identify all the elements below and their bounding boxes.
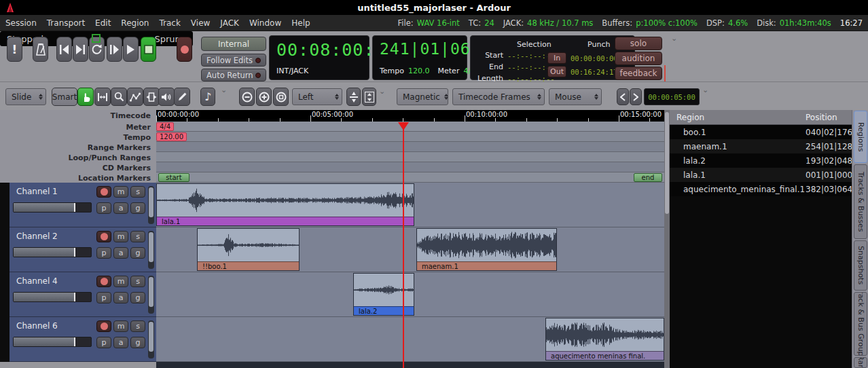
track-record-button[interactable]: [96, 320, 111, 332]
track-height-grip[interactable]: [149, 187, 153, 217]
track-gain-fader[interactable]: [13, 337, 92, 347]
region-name-bar[interactable]: lala.2: [354, 306, 414, 315]
location-markers-ruler[interactable]: startend: [156, 172, 664, 183]
track-lane-3[interactable]: lala.2: [156, 272, 664, 317]
tab-regions[interactable]: Regions: [854, 111, 867, 163]
feedback-button[interactable]: feedback: [615, 67, 662, 80]
fader-handle[interactable]: [74, 293, 75, 301]
zoom-tool[interactable]: [111, 88, 127, 106]
track-height-handle[interactable]: [148, 231, 154, 269]
ruler-label-timecode[interactable]: Timecode: [0, 111, 151, 120]
region-name-bar[interactable]: !!boo.1: [198, 261, 299, 270]
region-list-row[interactable]: boo.1040|02|176: [670, 125, 852, 139]
playhead-marker-icon[interactable]: [398, 122, 409, 130]
track-lane-2[interactable]: !!boo.1maenam.1: [156, 227, 664, 272]
track-lane-1[interactable]: lala.1: [156, 183, 664, 227]
region-lala-2[interactable]: lala.2: [353, 273, 414, 316]
edit-point-select[interactable]: Mouse: [549, 88, 602, 105]
menu-jack[interactable]: JACK: [220, 18, 239, 28]
chevron-down-icon[interactable]: ⌄: [671, 34, 677, 43]
meter-ruler[interactable]: 4/4: [156, 122, 664, 132]
track-name[interactable]: Channel 2: [16, 232, 58, 241]
editor-canvas[interactable]: lala.1!!boo.1maenam.1lala.2aquecimento m…: [156, 183, 664, 362]
record-button[interactable]: [177, 37, 192, 62]
track-mute-button[interactable]: m: [113, 276, 128, 287]
chevron-down-icon[interactable]: ⌄: [379, 87, 385, 96]
track-header-1[interactable]: Channel 1mspag: [10, 183, 156, 227]
track-solo-button[interactable]: s: [130, 320, 145, 332]
ruler-label-range-markers[interactable]: Range Markers: [0, 143, 151, 152]
audition-tool[interactable]: [158, 88, 175, 106]
cd-markers-ruler[interactable]: [156, 162, 664, 172]
track-name[interactable]: Channel 4: [16, 276, 58, 286]
menu-session[interactable]: Session: [5, 18, 37, 28]
solo-button[interactable]: solo: [615, 37, 662, 50]
ruler-label-tempo[interactable]: Tempo: [0, 133, 151, 142]
zoom-in-button[interactable]: [256, 88, 272, 106]
sync-source-button[interactable]: Internal: [201, 37, 266, 51]
region-list-row[interactable]: lala.2193|02|048: [670, 153, 852, 168]
ruler-label-location-markers[interactable]: Location Markers: [0, 174, 151, 183]
midi-panic-button[interactable]: !: [7, 37, 22, 62]
meter-marker[interactable]: 4/4: [156, 122, 174, 131]
go-end-button[interactable]: [73, 37, 88, 62]
region-name-bar[interactable]: lala.1: [157, 217, 414, 225]
region-maenam-1[interactable]: maenam.1: [416, 228, 557, 271]
note-tool[interactable]: ♪: [200, 88, 215, 106]
range-markers-ruler[interactable]: [156, 142, 664, 152]
region-name-bar[interactable]: maenam.1: [417, 261, 556, 270]
secondary-clock[interactable]: 241|01|0640 Tempo 120.0 Meter 4/4: [372, 35, 467, 80]
nudge-clock[interactable]: 00:00:05:00: [644, 88, 700, 105]
stop-button[interactable]: [141, 37, 156, 62]
shrink-tracks-button[interactable]: [346, 88, 361, 106]
track-playlist-button[interactable]: p: [96, 337, 111, 348]
ruler-label-loop-punch-ranges[interactable]: Loop/Punch Ranges: [0, 153, 151, 162]
fader-handle[interactable]: [74, 337, 75, 346]
punch-out-button[interactable]: Out: [547, 66, 566, 77]
track-height-grip[interactable]: [149, 322, 153, 352]
track-record-button[interactable]: [96, 231, 111, 242]
track-height-handle[interactable]: [148, 276, 154, 314]
chevron-down-icon[interactable]: ⌄: [702, 86, 708, 94]
menu-view[interactable]: View: [191, 18, 210, 28]
summary-pane[interactable]: [156, 362, 664, 368]
chevron-down-icon[interactable]: ⌄: [221, 86, 227, 94]
metronome-button[interactable]: [33, 37, 48, 62]
track-automation-button[interactable]: a: [113, 292, 128, 303]
expand-tracks-button[interactable]: [362, 88, 376, 106]
smart-mode-button[interactable]: Smart: [52, 88, 77, 106]
track-height-grip[interactable]: [149, 277, 153, 307]
tab-track-bus-groups[interactable]: Track & Bus Groups: [854, 292, 867, 356]
region-column-header[interactable]: Region: [670, 113, 704, 122]
editor-vertical-scrollbar[interactable]: [664, 110, 670, 368]
menu-window[interactable]: Window: [249, 18, 281, 28]
stretch-tool[interactable]: [143, 88, 160, 106]
track-name[interactable]: Channel 1: [16, 187, 58, 196]
region--boo-1[interactable]: !!boo.1: [197, 228, 300, 271]
track-height-handle[interactable]: [148, 320, 154, 358]
track-header-2[interactable]: Channel 2mspag: [10, 227, 156, 272]
track-gain-fader[interactable]: [13, 292, 92, 302]
shuttle-cursor[interactable]: [92, 34, 101, 43]
track-automation-button[interactable]: a: [113, 202, 128, 214]
grid-unit-select[interactable]: Timecode Frames: [452, 88, 545, 105]
track-group-button[interactable]: g: [130, 247, 145, 259]
edit-mode-select[interactable]: Slide: [5, 88, 46, 105]
nudge-forward-button[interactable]: [630, 88, 642, 105]
range-tool[interactable]: [94, 88, 111, 106]
timecode-ruler[interactable]: 00:00:00:0000:05:00:0000:10:00:0000:15:0…: [156, 110, 664, 122]
track-playlist-button[interactable]: p: [96, 202, 111, 214]
tab-ran[interactable]: Ran: [854, 357, 867, 368]
position-column-header[interactable]: Position: [806, 113, 837, 122]
zoom-out-button[interactable]: [239, 88, 255, 106]
tab-tracks-busses[interactable]: Tracks & Busses: [854, 164, 867, 239]
tempo-marker[interactable]: 120.00: [156, 132, 187, 141]
region-name-bar[interactable]: aquecimento meninas final.: [546, 351, 664, 360]
fader-handle[interactable]: [74, 248, 75, 257]
track-playlist-button[interactable]: p: [96, 247, 111, 259]
track-mute-button[interactable]: m: [113, 186, 128, 198]
track-solo-button[interactable]: s: [130, 231, 145, 242]
track-group-button[interactable]: g: [130, 337, 145, 348]
scrollbar-handle[interactable]: [665, 112, 669, 214]
auto-return-button[interactable]: Auto Return: [201, 69, 266, 81]
